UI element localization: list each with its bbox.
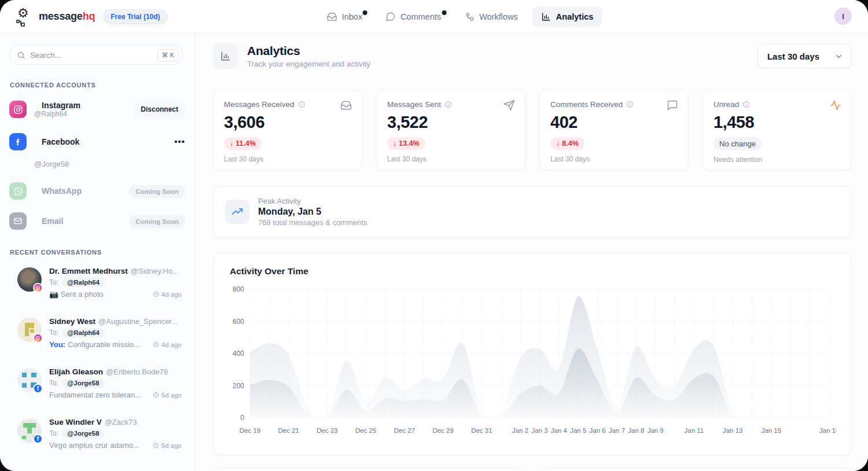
stat-label: Messages Received	[224, 100, 295, 109]
conversation-item[interactable]: Sidney West@Augustine_Spencer... To:@Ral…	[0, 317, 194, 357]
svg-text:600: 600	[233, 318, 244, 326]
trial-badge: Free Trial (10d)	[103, 9, 167, 24]
conversation-handle: @Sidney.Ho...	[131, 267, 179, 275]
peak-activity-banner: Peak Activity Monday, Jan 5 768 total me…	[213, 186, 852, 237]
timestamp: 4d ago	[148, 341, 182, 348]
svg-text:0: 0	[240, 414, 244, 422]
down-arrow-icon	[393, 139, 396, 148]
account-name: Facebook	[42, 137, 79, 146]
date-range-select[interactable]: Last 30 days	[757, 44, 852, 68]
page-subtitle: Track your engagement and activity	[247, 60, 370, 68]
more-options-button[interactable]: •••	[174, 137, 185, 146]
account-row-facebook[interactable]: Facebook •••	[0, 132, 194, 152]
account-name: WhatsApp	[42, 186, 82, 196]
change-badge: 13.4%	[387, 137, 425, 150]
account-row-instagram[interactable]: Instagram @Ralph64 Disconnect	[0, 96, 194, 123]
next-section-cards	[213, 468, 852, 471]
recent-conversations-heading: RECENT CONVERSATIONS	[10, 249, 194, 256]
stat-value: 3,522	[387, 113, 514, 132]
bottom-card-sliver	[542, 468, 852, 471]
avatar	[17, 267, 42, 292]
info-icon[interactable]	[444, 101, 452, 108]
info-icon[interactable]	[298, 101, 306, 108]
svg-text:400: 400	[233, 349, 244, 358]
stat-card-messages-received: Messages Received 3,606 11.4% Last 30 da…	[213, 90, 362, 171]
svg-text:Dec 29: Dec 29	[432, 427, 453, 434]
svg-text:Jan 11: Jan 11	[685, 427, 704, 434]
gear-logo-icon: ⚙	[16, 7, 33, 27]
tab-workflows[interactable]: Workflows	[455, 6, 527, 27]
svg-text:Jan 13: Jan 13	[723, 427, 743, 434]
svg-text:Dec 23: Dec 23	[317, 427, 337, 434]
info-icon[interactable]	[742, 101, 750, 108]
whatsapp-icon	[9, 182, 27, 200]
activity-area-chart[interactable]: 0200400600800Dec 19Dec 21Dec 23Dec 25Dec…	[230, 281, 836, 442]
conversation-item[interactable]: Dr. Emmett Medhurst@Sidney.Ho... To:@Ral…	[0, 266, 194, 307]
conversation-handle: @Zack73	[105, 418, 137, 426]
timestamp: 5d ago	[148, 392, 182, 399]
svg-text:Jan 2: Jan 2	[512, 427, 528, 434]
stat-label: Unread	[713, 100, 739, 109]
tab-inbox[interactable]: Inbox	[318, 6, 371, 27]
down-arrow-icon	[556, 139, 560, 148]
stat-caption: Last 30 days	[387, 155, 514, 163]
message-preview: Fundamental zero toleran...	[49, 391, 141, 399]
chart-title: Activity Over Time	[230, 266, 835, 277]
to-label: To:	[49, 329, 58, 337]
down-arrow-icon	[230, 139, 233, 148]
info-icon[interactable]	[626, 101, 634, 108]
change-badge: 8.4%	[550, 137, 584, 150]
tab-label: Workflows	[479, 12, 518, 21]
user-avatar[interactable]: I	[834, 8, 852, 25]
recipient-pill: @Jorge58	[62, 378, 104, 388]
conversation-handle: @Eriberto.Bode78	[106, 367, 168, 376]
svg-text:Dec 27: Dec 27	[394, 427, 415, 434]
avatar: f	[17, 418, 42, 443]
clock-icon	[153, 442, 159, 448]
message-preview: You:Configurable missio...	[49, 340, 140, 349]
svg-text:Jan 18: Jan 18	[819, 427, 836, 434]
stat-card-unread: Unread 1,458 No change Needs attention	[703, 90, 852, 171]
send-icon	[503, 100, 515, 111]
svg-text:Jan 8: Jan 8	[628, 427, 644, 434]
instagram-badge-icon	[33, 333, 43, 343]
date-range-value: Last 30 days	[767, 51, 819, 61]
svg-text:Jan 9: Jan 9	[648, 427, 664, 434]
instagram-icon	[9, 101, 27, 118]
conversation-handle: @Augustine_Spencer...	[98, 317, 178, 326]
analytics-icon	[541, 12, 551, 22]
email-icon	[9, 212, 27, 230]
peak-activity-date: Monday, Jan 5	[258, 207, 367, 217]
stat-card-comments-received: Comments Received 402 8.4% Last 30 days	[539, 90, 689, 171]
app-logo[interactable]: ⚙ messagehq Free Trial (10d)	[16, 0, 168, 33]
peak-activity-detail: 768 total messages & comments	[258, 218, 367, 227]
tab-analytics[interactable]: Analytics	[532, 6, 602, 27]
stat-value: 1,458	[713, 113, 841, 132]
chevron-down-icon	[834, 52, 843, 61]
facebook-icon	[9, 133, 27, 150]
conversation-item[interactable]: f Elijah Gleason@Eriberto.Bode78 To:@Jor…	[0, 367, 194, 407]
stat-label: Messages Sent	[387, 100, 441, 109]
tab-comments[interactable]: Comments	[377, 6, 450, 27]
trending-up-icon	[225, 200, 249, 224]
inbox-icon	[327, 12, 337, 22]
conversation-item[interactable]: f Sue Windler V@Zack73 To:@Jorge58 Virgo…	[0, 417, 194, 458]
clock-icon	[153, 291, 159, 297]
search-input[interactable]	[30, 51, 153, 60]
tab-label: Inbox	[342, 12, 362, 21]
keyboard-shortcut-badge: ⌘ K	[157, 49, 179, 61]
search-box[interactable]: ⌘ K	[9, 45, 183, 65]
svg-text:Jan 4: Jan 4	[551, 427, 568, 434]
disconnect-button[interactable]: Disconnect	[134, 101, 185, 117]
timestamp: 5d ago	[148, 442, 182, 449]
clock-icon	[153, 341, 159, 348]
inbox-icon	[340, 100, 352, 111]
stat-value: 402	[550, 113, 678, 132]
to-label: To:	[49, 429, 58, 437]
message-preview: 📷 Sent a photo	[49, 290, 104, 299]
account-name: Instagram	[42, 101, 80, 110]
conversation-name: Sue Windler V	[49, 418, 102, 426]
timestamp: 4d ago	[148, 291, 182, 298]
conversation-name: Sidney West	[49, 317, 95, 326]
svg-text:Dec 21: Dec 21	[278, 427, 299, 434]
